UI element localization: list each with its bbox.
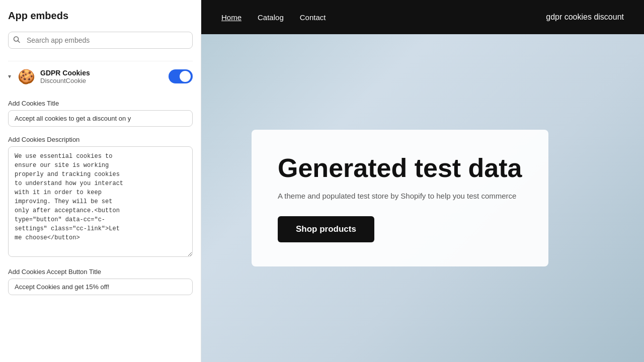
hero-title: Generated test data — [278, 154, 522, 183]
store-nav: Home Catalog Contact gdpr cookies discou… — [201, 0, 644, 34]
nav-link-contact[interactable]: Contact — [300, 13, 326, 22]
shop-products-button[interactable]: Shop products — [278, 216, 374, 242]
accept-button-section: Add Cookies Accept Button Title — [8, 268, 193, 295]
search-container — [8, 32, 193, 49]
embed-info: GDPR Cookies DiscountCookie — [40, 69, 164, 84]
embed-subtitle: DiscountCookie — [40, 77, 164, 84]
nav-link-home[interactable]: Home — [221, 13, 242, 22]
left-panel: App embeds ▾ 🍪 GDPR Cookies DiscountCook… — [0, 0, 201, 362]
cookies-title-input[interactable] — [8, 110, 193, 127]
store-brand: gdpr cookies discount — [546, 13, 624, 22]
accept-button-label: Add Cookies Accept Button Title — [8, 268, 193, 276]
embed-item: ▾ 🍪 GDPR Cookies DiscountCookie — [8, 61, 193, 92]
hero-subtitle: A theme and populated test store by Shop… — [278, 191, 522, 202]
nav-links: Home Catalog Contact — [221, 13, 326, 22]
chevron-down-icon[interactable]: ▾ — [8, 73, 11, 80]
cookies-description-section: Add Cookies Description We use essential… — [8, 136, 193, 259]
cookies-description-label: Add Cookies Description — [8, 136, 193, 143]
embed-name: GDPR Cookies — [40, 69, 164, 77]
page-title: App embeds — [8, 10, 193, 22]
accept-button-input[interactable] — [8, 279, 193, 295]
search-input[interactable] — [8, 32, 193, 49]
embed-icon: 🍪 — [17, 67, 35, 85]
embed-toggle[interactable] — [169, 69, 193, 83]
svg-line-1 — [18, 41, 20, 43]
hero-card: Generated test data A theme and populate… — [252, 130, 548, 266]
cookies-title-label: Add Cookies Title — [8, 100, 193, 107]
cookies-title-section: Add Cookies Title — [8, 100, 193, 127]
search-icon — [13, 36, 20, 45]
hero-section: Generated test data A theme and populate… — [201, 34, 644, 362]
cookies-description-textarea[interactable]: We use essential cookies to ensure our s… — [8, 146, 193, 257]
right-panel: Home Catalog Contact gdpr cookies discou… — [201, 0, 644, 362]
nav-link-catalog[interactable]: Catalog — [258, 13, 284, 22]
